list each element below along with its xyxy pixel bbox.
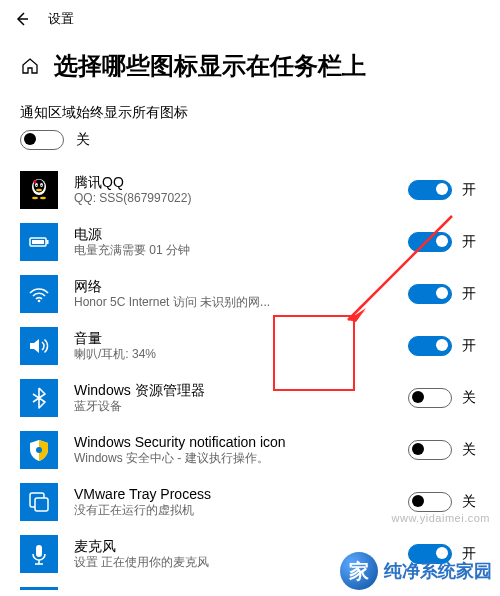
svg-point-8 — [40, 197, 46, 199]
window-title: 设置 — [48, 10, 74, 28]
item-toggle[interactable] — [408, 284, 452, 304]
back-icon[interactable] — [14, 11, 30, 27]
item-toggle[interactable] — [408, 544, 452, 564]
item-subtitle: 蓝牙设备 — [74, 399, 400, 415]
svg-point-4 — [36, 185, 37, 186]
item-toggle[interactable] — [408, 336, 452, 356]
item-toggle[interactable] — [408, 388, 452, 408]
battery-icon — [20, 223, 58, 261]
svg-rect-15 — [35, 498, 48, 511]
svg-point-12 — [38, 300, 41, 303]
always-show-state: 关 — [76, 131, 90, 149]
item-toggle[interactable] — [408, 440, 452, 460]
svg-point-13 — [36, 447, 42, 453]
icon-list: 腾讯QQQQ: SSS(867997022)开电源电量充满需要 01 分钟开网络… — [0, 164, 500, 596]
item-subtitle: 设置 正在使用你的麦克风 — [74, 555, 400, 571]
item-title: 腾讯QQ — [74, 173, 400, 191]
item-toggle[interactable] — [408, 232, 452, 252]
vmware-icon — [20, 483, 58, 521]
svg-rect-11 — [32, 240, 44, 244]
page-title: 选择哪些图标显示在任务栏上 — [54, 50, 366, 82]
item-toggle-state: 关 — [462, 389, 476, 407]
always-show-label: 通知区域始终显示所有图标 — [0, 90, 500, 128]
item-title: Windows 资源管理器 — [74, 381, 400, 399]
item-subtitle: QQ: SSS(867997022) — [74, 191, 400, 207]
wifi-icon — [20, 275, 58, 313]
always-show-toggle[interactable] — [20, 130, 64, 150]
svg-point-7 — [32, 197, 38, 199]
item-toggle-state: 开 — [462, 233, 476, 251]
list-item: Windows 资源管理器蓝牙设备关 — [20, 372, 500, 424]
item-subtitle: 没有正在运行的虚拟机 — [74, 503, 400, 519]
list-item: 麦克风设置 正在使用你的麦克风开 — [20, 528, 500, 580]
item-toggle[interactable] — [408, 180, 452, 200]
volume-icon — [20, 327, 58, 365]
list-item: 腾讯QQQQ: SSS(867997022)开 — [20, 164, 500, 216]
item-subtitle: Windows 安全中心 - 建议执行操作。 — [74, 451, 400, 467]
item-title: 电源 — [74, 225, 400, 243]
mic-icon — [20, 535, 58, 573]
svg-point-6 — [36, 189, 42, 192]
list-item: 音量喇叭/耳机: 34%开 — [20, 320, 500, 372]
list-item: 网络Honor 5C Internet 访问 未识别的网...开 — [20, 268, 500, 320]
item-title: 麦克风 — [74, 537, 400, 555]
item-title: 网络 — [74, 277, 400, 295]
qq-icon — [20, 171, 58, 209]
item-subtitle: 喇叭/耳机: 34% — [74, 347, 400, 363]
item-toggle-state: 开 — [462, 545, 476, 563]
svg-rect-10 — [47, 240, 49, 244]
item-toggle-state: 开 — [462, 285, 476, 303]
home-icon[interactable] — [20, 56, 40, 76]
list-item: 电源电量充满需要 01 分钟开 — [20, 216, 500, 268]
item-title: VMware Tray Process — [74, 485, 400, 503]
item-title: Windows Security notification icon — [74, 433, 400, 451]
item-toggle-state: 关 — [462, 441, 476, 459]
item-subtitle: 电量充满需要 01 分钟 — [74, 243, 400, 259]
item-title: 音量 — [74, 329, 400, 347]
bt-icon — [20, 379, 58, 417]
item-toggle-state: 关 — [462, 493, 476, 511]
svg-rect-16 — [36, 545, 42, 557]
shield-icon — [20, 431, 58, 469]
list-item: Windows Security notification iconWindow… — [20, 424, 500, 476]
svg-point-5 — [41, 185, 42, 186]
item-toggle[interactable] — [408, 492, 452, 512]
item-toggle-state: 开 — [462, 337, 476, 355]
item-toggle-state: 开 — [462, 181, 476, 199]
item-subtitle: Honor 5C Internet 访问 未识别的网... — [74, 295, 400, 311]
list-item: VMware Tray Process没有正在运行的虚拟机关 — [20, 476, 500, 528]
